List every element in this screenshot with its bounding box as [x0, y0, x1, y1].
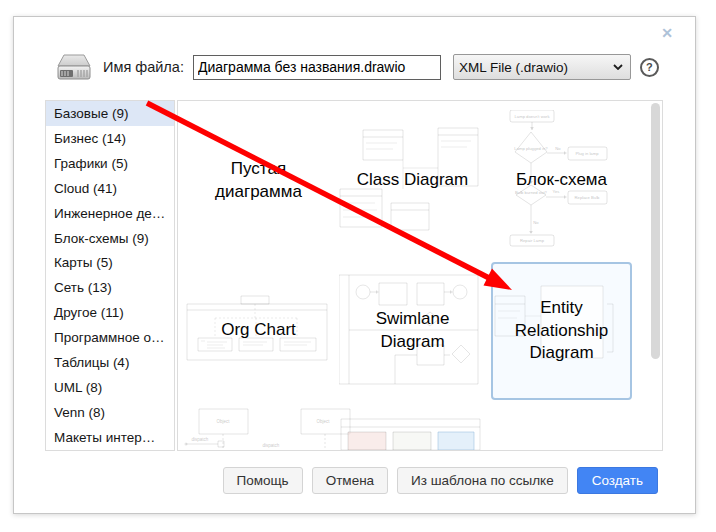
filetype-selected-value: XML File (.drawio): [459, 60, 568, 75]
svg-text:Object: Object: [316, 419, 330, 424]
svg-text:Object: Object: [216, 419, 230, 424]
template-label: Swimlane Diagram: [357, 308, 469, 353]
sidebar-item-mockups[interactable]: Макеты интер…: [46, 425, 174, 450]
filename-label: Имя файла:: [103, 59, 184, 75]
create-button[interactable]: Создать: [577, 467, 658, 494]
template-blank-diagram[interactable]: Пустая диаграмма: [185, 110, 332, 251]
sidebar-item-engineering[interactable]: Инженерное де…: [46, 201, 174, 226]
sidebar-item-network[interactable]: Сеть (13): [46, 275, 174, 300]
filename-input[interactable]: [193, 55, 441, 80]
filetype-select[interactable]: XML File (.drawio): [453, 54, 631, 80]
sidebar-item-venn[interactable]: Venn (8): [46, 400, 174, 425]
hard-drive-icon: [56, 51, 92, 83]
new-file-dialog: ✕ Имя файла: XML File: [13, 16, 696, 514]
svg-text:Lamp doesn't work: Lamp doesn't work: [514, 114, 550, 119]
from-template-url-button[interactable]: Из шаблона по ссылке: [397, 467, 568, 494]
template-label: Блок-схема: [516, 169, 607, 191]
sidebar-item-charts[interactable]: Графики (5): [46, 151, 174, 176]
dialog-header: Имя файла: XML File (.drawio) ?: [56, 49, 659, 85]
sidebar-item-flowcharts[interactable]: Блок-схемы (9): [46, 226, 174, 251]
close-icon[interactable]: ✕: [661, 26, 673, 40]
help-button[interactable]: Помощь: [223, 467, 303, 494]
svg-text:Replace Bulb: Replace Bulb: [575, 195, 601, 200]
template-label: Class Diagram: [357, 169, 468, 191]
sidebar-item-tables[interactable]: Таблицы (4): [46, 350, 174, 375]
cancel-button[interactable]: Отмена: [312, 467, 388, 494]
template-swimlane-diagram[interactable]: Swimlane Diagram: [339, 260, 486, 401]
dialog-footer: Помощь Отмена Из шаблона по ссылке Созда…: [223, 467, 658, 494]
template-org-chart[interactable]: Org Chart: [185, 260, 332, 401]
sidebar-item-basic[interactable]: Базовые (9): [46, 101, 174, 126]
svg-text:dispatch: dispatch: [192, 437, 209, 442]
svg-text:Plug in lamp: Plug in lamp: [575, 151, 599, 156]
template-class-diagram[interactable]: Class Diagram: [339, 110, 486, 251]
template-entity-relationship-diagram[interactable]: Entity Relationship Diagram: [491, 262, 632, 400]
svg-text:dispatch: dispatch: [263, 443, 280, 448]
sequence-and-kanban-preview: Object Object dispatch dispatch: [178, 401, 661, 450]
sidebar-item-software[interactable]: Программное о…: [46, 325, 174, 350]
svg-text:Lamp plugged in?: Lamp plugged in?: [514, 146, 548, 151]
sidebar-item-uml[interactable]: UML (8): [46, 375, 174, 400]
template-label: Пустая диаграмма: [203, 158, 315, 203]
scrollbar-thumb[interactable]: [651, 103, 660, 359]
page: { "window": { "close_icon": "✕" }, "head…: [0, 0, 716, 532]
template-label: Entity Relationship Diagram: [506, 297, 618, 364]
svg-text:No: No: [533, 220, 539, 225]
template-flowchart[interactable]: Lamp doesn't work Lamp plugged in? No Pl…: [490, 110, 633, 251]
sidebar-item-maps[interactable]: Карты (5): [46, 251, 174, 276]
sidebar-item-other[interactable]: Другое (11): [46, 300, 174, 325]
sidebar-item-business[interactable]: Бизнес (14): [46, 126, 174, 151]
chevron-down-icon: [613, 64, 623, 70]
sidebar-item-cloud[interactable]: Cloud (41): [46, 176, 174, 201]
svg-text:Repair Lamp: Repair Lamp: [520, 238, 545, 243]
svg-text:No: No: [555, 146, 561, 151]
template-grid: Пустая диаграмма Class Diagram: [177, 100, 663, 451]
template-label: Org Chart: [221, 319, 296, 341]
category-sidebar: Базовые (9) Бизнес (14) Графики (5) Clou…: [45, 100, 175, 451]
help-icon[interactable]: ?: [640, 58, 659, 77]
